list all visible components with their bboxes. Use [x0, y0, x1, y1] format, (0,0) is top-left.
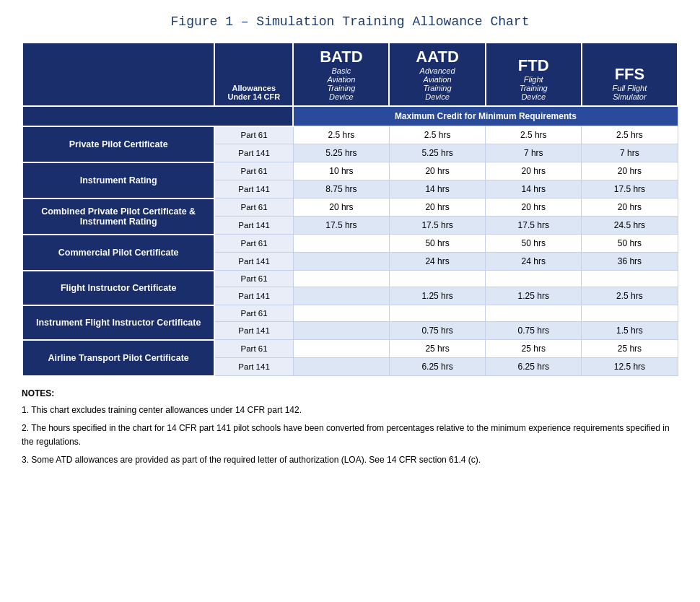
note-item: 2. The hours specified in the chart for … — [22, 422, 678, 449]
ffs-value: 36 hrs — [582, 253, 678, 271]
header-ftd: FTD Flight Training Device — [486, 43, 582, 106]
part-label: Part 141 — [214, 217, 293, 235]
batd-value: 8.75 hrs — [293, 180, 389, 199]
table-row: Combined Private Pilot Certificate & Ins… — [22, 199, 678, 217]
ftd-value: 1.25 hrs — [486, 287, 582, 305]
batd-value — [293, 358, 389, 376]
aatd-value: 5.25 hrs — [389, 144, 485, 162]
table-wrapper: Allowances Under 14 CFR BATD Basic Aviat… — [22, 42, 678, 377]
ffs-value: 20 hrs — [582, 162, 678, 180]
aatd-value: 17.5 hrs — [389, 217, 485, 235]
ftd-value: 14 hrs — [486, 180, 582, 199]
batd-value — [293, 287, 389, 305]
ffs-value: 50 hrs — [582, 235, 678, 253]
part-label: Part 61 — [214, 235, 293, 253]
simulation-table: Allowances Under 14 CFR BATD Basic Aviat… — [22, 42, 678, 377]
ftd-value: 20 hrs — [486, 199, 582, 217]
header-max-label: Maximum Credit for Minimum Requirements — [293, 106, 678, 126]
aatd-value: 6.25 hrs — [389, 358, 485, 376]
batd-value — [293, 340, 389, 358]
table-row: Instrument RatingPart 6110 hrs20 hrs20 h… — [22, 162, 678, 180]
notes-label: NOTES: — [22, 387, 678, 401]
part-label: Part 141 — [214, 358, 293, 376]
ftd-value: 6.25 hrs — [486, 358, 582, 376]
ftd-value — [486, 305, 582, 322]
batd-value: 2.5 hrs — [293, 126, 389, 144]
chart-title: Figure 1 – Simulation Training Allowance… — [22, 14, 678, 29]
batd-value — [293, 253, 389, 271]
notes-items: 1. This chart excludes training center a… — [22, 403, 678, 468]
cert-label-cell: Instrument Rating — [22, 162, 214, 199]
cert-label-cell: Airline Transport Pilot Certificate — [22, 340, 214, 376]
part-label: Part 61 — [214, 271, 293, 287]
aatd-value — [389, 305, 485, 322]
ffs-value: 7 hrs — [582, 144, 678, 162]
ffs-value — [582, 271, 678, 287]
header-max-empty — [22, 106, 293, 126]
header-aatd: AATD Advanced Aviation Training Device — [389, 43, 485, 106]
aatd-value: 20 hrs — [389, 199, 485, 217]
batd-value — [293, 235, 389, 253]
table-row: Commercial Pilot CertificatePart 6150 hr… — [22, 235, 678, 253]
ffs-value — [582, 305, 678, 322]
notes-section: NOTES: 1. This chart excludes training c… — [22, 387, 678, 468]
ftd-value: 17.5 hrs — [486, 217, 582, 235]
ftd-value: 0.75 hrs — [486, 322, 582, 340]
header-cert-col — [22, 43, 214, 106]
batd-value — [293, 322, 389, 340]
cert-label-cell: Flight Instructor Certificate — [22, 271, 214, 305]
batd-value: 10 hrs — [293, 162, 389, 180]
ffs-value: 12.5 hrs — [582, 358, 678, 376]
header-row-max: Maximum Credit for Minimum Requirements — [22, 106, 678, 126]
part-label: Part 61 — [214, 305, 293, 322]
aatd-value: 25 hrs — [389, 340, 485, 358]
ftd-value: 50 hrs — [486, 235, 582, 253]
ffs-value: 2.5 hrs — [582, 287, 678, 305]
batd-value — [293, 271, 389, 287]
part-label: Part 141 — [214, 144, 293, 162]
part-label: Part 61 — [214, 199, 293, 217]
aatd-value: 20 hrs — [389, 162, 485, 180]
batd-value: 17.5 hrs — [293, 217, 389, 235]
table-row: Flight Instructor CertificatePart 61 — [22, 271, 678, 287]
part-label: Part 141 — [214, 253, 293, 271]
aatd-value — [389, 271, 485, 287]
part-label: Part 141 — [214, 287, 293, 305]
header-ffs: FFS Full Flight Simulator — [582, 43, 678, 106]
header-row-top: Allowances Under 14 CFR BATD Basic Aviat… — [22, 43, 678, 106]
header-batd: BATD Basic Aviation Training Device — [293, 43, 389, 106]
cert-label-cell: Commercial Pilot Certificate — [22, 235, 214, 271]
ffs-value: 2.5 hrs — [582, 126, 678, 144]
ftd-value: 20 hrs — [486, 162, 582, 180]
ffs-value: 24.5 hrs — [582, 217, 678, 235]
part-label: Part 61 — [214, 340, 293, 358]
batd-value: 5.25 hrs — [293, 144, 389, 162]
cert-label-cell: Combined Private Pilot Certificate & Ins… — [22, 199, 214, 235]
ftd-value: 24 hrs — [486, 253, 582, 271]
note-item: 1. This chart excludes training center a… — [22, 403, 678, 417]
ftd-value: 25 hrs — [486, 340, 582, 358]
aatd-value: 14 hrs — [389, 180, 485, 199]
part-label: Part 61 — [214, 162, 293, 180]
part-label: Part 141 — [214, 180, 293, 199]
table-row: Airline Transport Pilot CertificatePart … — [22, 340, 678, 358]
cert-label-cell: Private Pilot Certificate — [22, 126, 214, 162]
ftd-value — [486, 271, 582, 287]
table-body: Private Pilot CertificatePart 612.5 hrs2… — [22, 126, 678, 376]
batd-value — [293, 305, 389, 322]
header-allowances: Allowances Under 14 CFR — [214, 43, 293, 106]
part-label: Part 141 — [214, 322, 293, 340]
aatd-value: 1.25 hrs — [389, 287, 485, 305]
aatd-value: 50 hrs — [389, 235, 485, 253]
ffs-value: 17.5 hrs — [582, 180, 678, 199]
ffs-value: 20 hrs — [582, 199, 678, 217]
part-label: Part 61 — [214, 126, 293, 144]
table-row: Private Pilot CertificatePart 612.5 hrs2… — [22, 126, 678, 144]
ftd-value: 7 hrs — [486, 144, 582, 162]
batd-value: 20 hrs — [293, 199, 389, 217]
ftd-value: 2.5 hrs — [486, 126, 582, 144]
cert-label-cell: Instrument Flight Instructor Certificate — [22, 305, 214, 340]
note-item: 3. Some ATD allowances are provided as p… — [22, 453, 678, 467]
aatd-value: 24 hrs — [389, 253, 485, 271]
aatd-value: 2.5 hrs — [389, 126, 485, 144]
